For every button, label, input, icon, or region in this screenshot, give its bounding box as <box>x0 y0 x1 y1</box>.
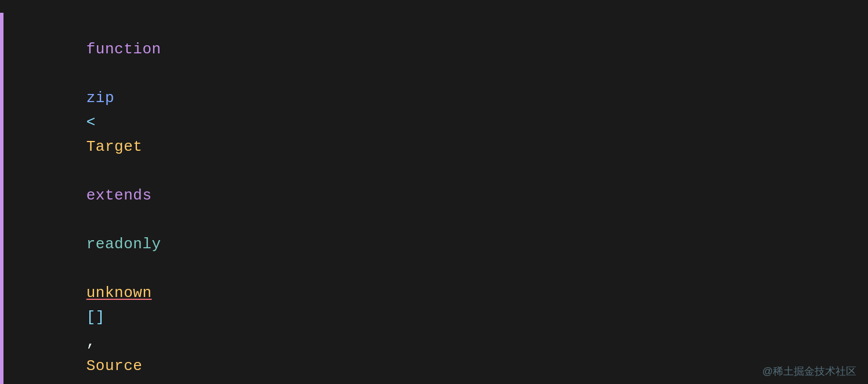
comma-1: , <box>86 333 105 350</box>
line-1-content: function zip < Target extends readonly u… <box>3 13 161 384</box>
space-5 <box>86 382 96 384</box>
code-editor: function zip < Target extends readonly u… <box>0 0 868 384</box>
watermark: @稀土掘金技术社区 <box>762 364 856 378</box>
keyword-readonly-1: readonly <box>86 236 161 253</box>
func-name-zip-1: zip <box>86 89 114 107</box>
generic-open: < <box>86 114 96 131</box>
code-line-1: function zip < Target extends readonly u… <box>0 12 868 384</box>
space-3 <box>86 211 96 229</box>
type-target: Target <box>86 138 143 155</box>
space-1 <box>86 65 96 82</box>
type-source: Source <box>86 357 143 375</box>
type-unknown-1: unknown <box>86 284 152 302</box>
bracket-1: [] <box>86 309 105 326</box>
keyword-extends-1: extends <box>86 187 152 204</box>
keyword-function-1: function <box>86 41 161 58</box>
space-4 <box>86 260 96 277</box>
space-2 <box>86 162 96 180</box>
